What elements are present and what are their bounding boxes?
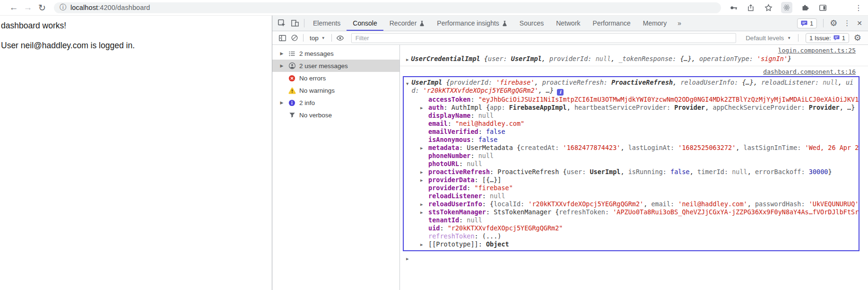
expand-arrow-icon[interactable]: ▶ <box>420 201 423 208</box>
token: _tokenResponse: <box>618 55 680 62</box>
expand-arrow-icon[interactable]: ▶ <box>420 144 423 152</box>
devtools-close-icon[interactable]: ✕ <box>857 19 862 27</box>
expand-arrow-icon[interactable]: ▶ <box>279 100 285 105</box>
selected-console-object[interactable]: ▼ UserImpl {providerId: 'firebase', proa… <box>403 76 859 251</box>
token: : <box>490 168 497 176</box>
device-toolbar-icon[interactable] <box>288 16 302 31</box>
token: isAnonymous <box>428 136 470 143</box>
javascript-context-selector[interactable]: top ▼ <box>306 35 329 42</box>
profile-avatar[interactable]: N <box>835 2 846 13</box>
tab-performance-insights[interactable]: Performance insights <box>431 16 513 31</box>
console-sidebar-toggle-icon[interactable] <box>276 34 288 42</box>
sidebar-item-user-messages[interactable]: ▶ 2 user messages <box>272 60 399 72</box>
prop-accessToken: accessToken: "eyJhbGciOiJSUzI1NiIsImtpZC… <box>404 96 859 104</box>
divider <box>798 34 799 42</box>
console-message[interactable]: login.component.ts:25 ▶UserCredentialImp… <box>400 45 868 66</box>
reload-button[interactable]: ↻ <box>35 1 49 14</box>
token: [[Prototype]] <box>428 240 478 248</box>
token: email: <box>651 200 678 208</box>
token: false <box>486 128 505 135</box>
tab-network[interactable]: Network <box>550 16 586 31</box>
tab-memory[interactable]: Memory <box>637 16 673 31</box>
token: proactiveRefresh: <box>542 79 611 86</box>
site-info-icon[interactable]: ⓘ <box>60 3 66 12</box>
sidebar-item-verbose[interactable]: No verbose <box>272 109 399 121</box>
expand-arrow-icon[interactable]: ▶ <box>420 104 423 112</box>
devtools-settings-gear-icon[interactable]: ⚙ <box>830 19 837 27</box>
token: : <box>482 192 490 200</box>
forward-button[interactable]: → <box>21 1 35 14</box>
tab-elements[interactable]: Elements <box>307 16 347 31</box>
clear-console-icon[interactable] <box>288 34 301 42</box>
react-devtools-extension-icon[interactable] <box>781 2 792 13</box>
console-object-header[interactable]: ▼ UserImpl {providerId: 'firebase', proa… <box>404 78 859 96</box>
console-object-properties: accessToken: "eyJhbGciOiJSUzI1NiIsImtpZC… <box>404 96 859 248</box>
info-icon <box>288 99 296 107</box>
expand-arrow-icon[interactable]: ▶ <box>420 209 423 216</box>
live-expression-eye-icon[interactable] <box>334 34 347 42</box>
tab-performance[interactable]: Performance <box>587 16 637 31</box>
token: 'Wed, 26 Apr 2023 16:44:23 GMT' <box>805 144 859 151</box>
token: } <box>788 55 791 62</box>
devtools-tabbar: Elements Console Recorder Performance in… <box>272 16 868 31</box>
devtools-menu-icon[interactable]: ⋮ <box>843 19 851 27</box>
prop-proactiveRefresh[interactable]: ▶proactiveRefresh: ProactiveRefresh {use… <box>404 168 859 176</box>
token: UserImpl <box>411 79 442 86</box>
error-icon <box>288 74 296 82</box>
address-bar[interactable]: ⓘ localhost:4200/dashboard <box>54 2 721 13</box>
token: , <box>690 168 697 176</box>
token: Provider <box>674 104 705 111</box>
expand-arrow-icon[interactable]: ▶ <box>420 176 423 184</box>
token: , <box>643 200 651 208</box>
browser-menu-icon[interactable]: ⋮ <box>854 3 863 12</box>
expand-arrow-icon[interactable]: ▶ <box>420 241 423 248</box>
prop-uid: uid: "r20kKTXXvfdeXOpcj5YEGRgQGRm2" <box>404 224 859 232</box>
console-settings-gear-icon[interactable]: ⚙ <box>854 34 861 42</box>
sidebar-item-warnings[interactable]: No warnings <box>272 84 399 97</box>
expand-arrow-icon[interactable]: ▶ <box>279 51 285 56</box>
prop-providerData[interactable]: ▶providerData: [{…}] <box>404 176 859 184</box>
expand-arrow-icon[interactable]: ▶ <box>279 63 285 68</box>
tab-sources[interactable]: Sources <box>513 16 550 31</box>
source-link[interactable]: login.component.ts:25 <box>778 47 856 54</box>
filter-input[interactable] <box>351 33 736 43</box>
prop-metadata[interactable]: ▶metadata: UserMetadata {createdAt: '168… <box>404 144 859 152</box>
console-object-preview[interactable]: ▶UserCredentialImpl {user: UserImpl, pro… <box>400 54 868 66</box>
expand-arrow-icon[interactable]: ▶ <box>406 256 408 261</box>
bookmark-star-icon[interactable] <box>764 3 773 12</box>
console-message[interactable]: dashboard.component.ts:16 ▼ UserImpl {pr… <box>400 66 868 262</box>
source-link[interactable]: dashboard.component.ts:16 <box>763 68 856 75</box>
log-levels-dropdown[interactable]: Default levels ▼ <box>741 35 796 42</box>
token: providerId: <box>450 79 496 86</box>
tab-console[interactable]: Console <box>347 16 383 31</box>
token: : { <box>482 200 494 208</box>
issues-counter-button[interactable]: 1 <box>797 18 817 28</box>
token: photoURL <box>428 160 459 167</box>
prop-reloadUserInfo[interactable]: ▶reloadUserInfo: {localId: 'r20kKTXXvfde… <box>404 200 859 208</box>
token: reloadUserInfo <box>428 200 482 208</box>
token: reloadListener: <box>761 79 823 86</box>
prop-prototype[interactable]: ▶[[Prototype]]: Object <box>404 240 859 248</box>
prop-stsTokenManager[interactable]: ▶stsTokenManager: StsTokenManager {refre… <box>404 208 859 216</box>
sidebar-item-all-messages[interactable]: ▶ 2 messages <box>272 47 399 60</box>
share-icon[interactable] <box>746 3 755 12</box>
more-tabs-button[interactable]: » <box>673 16 686 31</box>
issues-button[interactable]: 1 Issue: 1 <box>806 33 849 43</box>
prop-auth[interactable]: ▶auth: AuthImpl {app: FirebaseAppImpl, h… <box>404 104 859 112</box>
inspect-element-icon[interactable] <box>275 16 288 31</box>
collapse-arrow-icon[interactable]: ▼ <box>406 80 408 96</box>
side-panel-icon[interactable] <box>818 3 827 12</box>
extensions-puzzle-icon[interactable] <box>800 3 810 12</box>
token: proactiveRefresh <box>428 168 490 176</box>
console-messages: login.component.ts:25 ▶UserCredentialImp… <box>400 45 868 290</box>
expand-arrow-icon[interactable]: ▶ <box>420 168 423 176</box>
collapsed-message-stub[interactable]: ▶ <box>400 251 868 262</box>
back-button[interactable]: ← <box>7 1 21 14</box>
token: : <box>475 176 482 184</box>
token: "r20kKTXXvfdeXOpcj5YEGRgQGRm2" <box>448 224 563 232</box>
password-key-icon[interactable] <box>729 3 738 12</box>
sidebar-item-errors[interactable]: No errors <box>272 72 399 84</box>
sidebar-item-info[interactable]: ▶ 2 info <box>272 97 399 109</box>
expand-arrow-icon[interactable]: ▶ <box>406 57 408 62</box>
tab-recorder[interactable]: Recorder <box>383 16 431 31</box>
